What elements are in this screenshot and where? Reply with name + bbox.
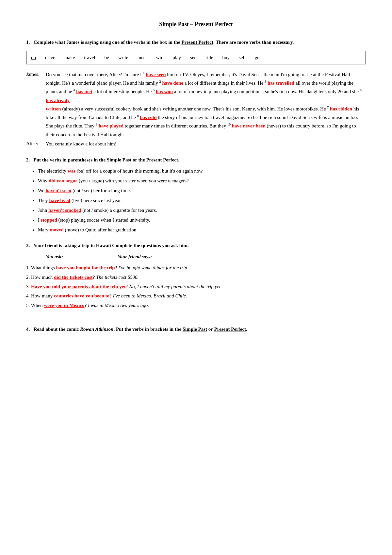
section-3: 3. Your friend is taking a trip to Hawai… [26,242,366,310]
answer-6-has-already-written: has alreadywritten [46,98,70,111]
answer-q3-friend: No, I haven't told my parents about the … [129,284,222,289]
section-1-heading: 1. Complete what James is saying using o… [26,38,366,46]
answer-moved: moved [50,227,64,232]
answer-10-have-never-been: have never been [232,123,266,128]
section-4-heading-text: Read about the comic Rowan Atkinson. Put… [34,327,247,332]
verb-go: go [255,54,260,61]
section-3-number: 3. [26,243,30,248]
james-text: Do you see that man over there, Alice? I… [46,70,366,139]
answer-q2-friend: The tickets cost $500. [96,275,139,280]
section-2-heading: 2. Put the verbs in parentheses in the S… [26,156,366,164]
alice-text: You certainly know a lot about him! [46,140,366,148]
verb-box: do drive make travel be write meet win p… [26,51,366,64]
answer-have-lived: have lived [49,198,71,203]
page-title: Simple Past – Present Perfect [26,20,366,29]
verb-travel: travel [84,54,95,61]
verb-meet: meet [137,54,147,61]
answer-q2: did the tickets cost [54,275,93,280]
qa-item-5: 5. When were you in Mexico? I was in Mex… [26,301,366,310]
qa-column-headers: You ask: Your friend says: [46,253,366,261]
section-3-heading: 3. Your friend is taking a trip to Hawai… [26,242,366,249]
answer-q1: have you bought for the trip [56,265,115,270]
qa-item-4: 4. How many countries have you been to? … [26,292,366,300]
answer-3-has-travelled: has travelled [268,80,294,86]
verb-win: win [156,54,164,61]
list-item: We haven't seen (not / see) her for a lo… [38,187,366,194]
qa-items: 1. What things have you bought for the t… [26,264,366,310]
answer-did-you-argue: did you argue [49,178,77,183]
alice-row: Alice: You certainly know a lot about hi… [26,140,366,148]
section-2: 2. Put the verbs in parentheses in the S… [26,156,366,234]
section-4-number: 4. [26,327,30,332]
answer-stopped: stopped [41,217,57,223]
answer-havent-smoked: haven't smoked [48,208,81,213]
answer-2-have-done: have done [162,80,183,86]
list-item: The electricity was (be) off for a coupl… [38,167,366,175]
section-3-heading-text: Your friend is taking a trip to Hawaii C… [33,243,189,248]
james-row: James: Do you see that man over there, A… [26,70,366,139]
answer-q5: were you in Mexico [44,303,84,308]
verb-see: see [190,54,196,61]
answer-q5-friend: I was in Mexico two years ago. [88,303,149,308]
alice-label: Alice: [26,140,42,148]
verb-ride: ride [205,54,213,61]
answer-havent-seen: haven't seen [45,188,71,193]
verb-play: play [172,54,181,61]
answer-1-have-seen: have seen [146,72,166,77]
answer-8-has-sold: has sold [140,115,156,120]
james-label: James: [26,70,42,139]
list-item: Why did you argue (you / argue) with you… [38,177,366,185]
section-4: 4. Read about the comic Rowan Atkinson. … [26,325,366,333]
answer-9-have-played: have played [99,123,123,128]
verb-drive: drive [45,54,55,61]
answer-was: was [68,168,75,174]
answer-q4-friend: I've been to Mexico, Brazil and Chile. [113,293,187,298]
verb-write: write [118,54,128,61]
verb-be: be [104,54,109,61]
list-item: John haven't smoked (not / smoke) a ciga… [38,206,366,214]
answer-q1-friend: I've bought some things for the trip. [118,265,188,270]
verb-do: do [31,54,36,61]
you-ask-label: You ask: [46,253,111,261]
qa-item-3: 3. Have you told your parents about the … [26,283,366,291]
section-1-number: 1. [26,40,30,45]
answer-7-has-ridden: has ridden [330,106,352,111]
verb-make: make [64,54,75,61]
verb-sell: sell [239,54,246,61]
section-2-bullet-list: The electricity was (be) off for a coupl… [26,167,366,234]
section-1: 1. Complete what James is saying using o… [26,38,366,148]
list-item: Mary moved (move) to Quito after her gra… [38,226,366,234]
section-2-heading-text: Put the verbs in parentheses in the Simp… [34,157,179,162]
qa-item-1: 1. What things have you bought for the t… [26,264,366,272]
qa-item-2: 2. How much did the tickets cost? The ti… [26,273,366,281]
answer-q4: countries have you been to [54,293,109,298]
dialogue-block: James: Do you see that man over there, A… [26,70,366,148]
list-item: They have lived (live) here since last y… [38,196,366,204]
list-item: I stopped (stop) playing soccer when I s… [38,216,366,224]
section-4-heading: 4. Read about the comic Rowan Atkinson. … [26,325,366,333]
answer-q3: Have you told your parents about the tri… [31,284,125,289]
answer-5-has-won: has won [156,89,173,94]
section-2-number: 2. [26,157,30,162]
verb-buy: buy [222,54,230,61]
friend-says-label: Your friend says: [118,253,176,261]
section-1-heading-text: Complete what James is saying using one … [34,40,294,45]
answer-4-has-met: has met [76,89,92,94]
